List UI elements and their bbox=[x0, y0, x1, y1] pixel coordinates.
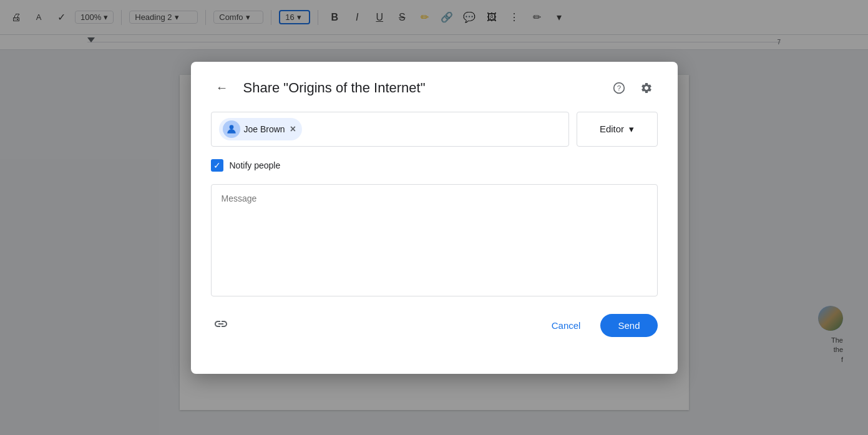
share-dialog: ← Share "Origins of the Internet" ? bbox=[191, 62, 678, 374]
help-button[interactable]: ? bbox=[608, 77, 630, 99]
dialog-title: Share "Origins of the Internet" bbox=[243, 80, 426, 96]
footer-actions: Cancel Send bbox=[539, 314, 658, 337]
link-copy-icon bbox=[213, 316, 228, 335]
person-chip-avatar bbox=[223, 120, 240, 138]
settings-button[interactable] bbox=[635, 77, 658, 99]
dialog-header-icons: ? bbox=[608, 77, 658, 99]
gear-icon bbox=[640, 82, 653, 94]
message-textarea[interactable] bbox=[211, 184, 658, 296]
role-dropdown[interactable]: Editor ▾ bbox=[577, 112, 658, 147]
send-button[interactable]: Send bbox=[600, 314, 657, 337]
modal-overlay: ← Share "Origins of the Internet" ? bbox=[0, 0, 868, 435]
person-chip-name: Joe Brown bbox=[244, 124, 285, 134]
checkbox-check-icon: ✓ bbox=[213, 161, 221, 170]
copy-link-button[interactable] bbox=[211, 311, 231, 340]
svg-text:?: ? bbox=[617, 84, 621, 92]
back-button[interactable]: ← bbox=[211, 77, 233, 99]
role-label: Editor bbox=[600, 124, 624, 134]
person-chip-remove[interactable]: × bbox=[289, 124, 296, 134]
notify-row: ✓ Notify people bbox=[211, 159, 658, 172]
dialog-header: ← Share "Origins of the Internet" ? bbox=[211, 77, 658, 99]
notify-label: Notify people bbox=[230, 160, 281, 170]
role-chevron-icon: ▾ bbox=[629, 124, 634, 135]
notify-checkbox[interactable]: ✓ bbox=[211, 159, 223, 172]
dialog-footer: Cancel Send bbox=[211, 309, 658, 340]
svg-point-2 bbox=[229, 125, 233, 129]
people-input-box[interactable]: Joe Brown × bbox=[211, 112, 569, 147]
cancel-button[interactable]: Cancel bbox=[539, 314, 593, 337]
people-input-row: Joe Brown × Editor ▾ bbox=[211, 112, 658, 147]
help-icon: ? bbox=[613, 82, 625, 94]
person-chip: Joe Brown × bbox=[219, 118, 303, 140]
dialog-header-left: ← Share "Origins of the Internet" bbox=[211, 77, 426, 99]
